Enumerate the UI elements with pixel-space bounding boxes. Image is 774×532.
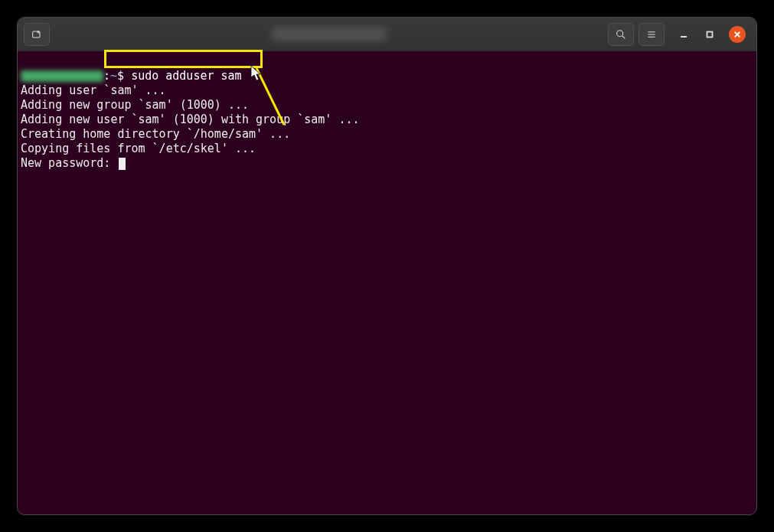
output-line-5: Copying files from `/etc/skel' ...	[21, 142, 256, 155]
svg-line-4	[622, 36, 625, 38]
prompt-separator: :	[103, 69, 110, 83]
svg-rect-0	[33, 31, 40, 38]
command-input: sudo adduser sam	[131, 69, 242, 83]
svg-rect-9	[707, 32, 713, 38]
titlebar	[18, 18, 756, 51]
minimize-button[interactable]	[677, 28, 691, 41]
output-line-3: Adding new user `sam' (1000) with group …	[21, 113, 360, 126]
prompt-dollar: $	[117, 69, 131, 83]
output-line-2: Adding new group `sam' (1000) ...	[21, 98, 249, 112]
minimize-icon	[679, 30, 688, 39]
prompt-cwd: ~	[110, 69, 117, 83]
terminal-window: :~$ sudo adduser sam Adding user `sam' .…	[17, 17, 757, 515]
title-area	[54, 28, 603, 41]
maximize-button[interactable]	[703, 28, 717, 41]
svg-point-3	[617, 31, 623, 37]
new-tab-icon	[31, 28, 43, 41]
terminal-cursor	[119, 158, 126, 170]
terminal-body[interactable]: :~$ sudo adduser sam Adding user `sam' .…	[18, 51, 756, 246]
window-controls	[677, 26, 746, 43]
output-line-1: Adding user `sam' ...	[21, 83, 166, 97]
new-tab-button[interactable]	[24, 23, 50, 46]
maximize-icon	[705, 30, 714, 39]
hamburger-icon	[645, 28, 658, 41]
close-icon	[733, 31, 741, 38]
mouse-cursor-icon	[250, 65, 263, 82]
window-title-blurred	[272, 28, 387, 41]
output-line-4: Creating home directory `/home/sam' ...	[21, 127, 290, 141]
search-icon	[615, 28, 627, 41]
prompt-user-host-blurred	[21, 70, 103, 82]
close-button[interactable]	[729, 26, 746, 43]
hamburger-menu-button[interactable]	[638, 23, 665, 46]
annotation-highlight-box	[104, 50, 263, 68]
search-button[interactable]	[608, 23, 634, 46]
output-line-6: New password:	[21, 156, 117, 170]
